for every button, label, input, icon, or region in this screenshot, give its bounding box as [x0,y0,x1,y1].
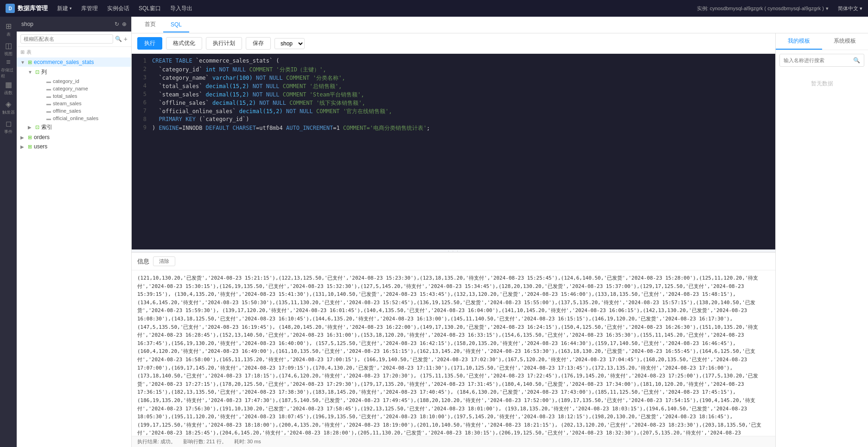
tab-bar: 首页 SQL [132,17,868,33]
col-name: steam_sales [53,101,82,106]
app-logo: D 数据库管理 [6,4,48,13]
col-name: category_id [53,78,79,84]
index-label: 索引 [41,123,128,131]
code-line-5: 5 `steam_sales` decimal(15,2) NOT NULL C… [132,91,775,99]
db-panel-search: 🔍 + [17,32,131,47]
sidebar-btn-table[interactable]: ⊞ 表 [1,20,16,39]
code-line-1: 1 CREATE TABLE `ecommerce_sales_stats` ( [132,57,775,66]
col-icon: ▬ [46,109,51,114]
top-navbar: D 数据库管理 新建 ▾ 库管理 实例会话 SQL窗口 导入导出 实例: cyn… [0,0,868,17]
col-name: category_name [53,86,88,91]
chevron-down-icon: ▾ [826,6,829,12]
function-icon: ▦ [5,80,12,89]
columns-label: 列 [41,68,128,76]
col-total_sales: ▬ total_sales [32,92,131,100]
sql-area: 执行 格式优化 执行计划 保存 shop 1 CREATE TABLE `eco… [132,33,868,447]
arrow-icon: ▶ [20,144,26,149]
code-editor[interactable]: 1 CREATE TABLE `ecommerce_sales_stats` (… [132,54,775,249]
status-bar: 执行结果: 成功。 影响行数: 211 行。 耗时: 30 ms [132,436,775,447]
columns-icon: ⊡ [35,69,39,75]
col-category_id: ▬ category_id [32,77,131,85]
result-status: 执行结果: 成功。 [137,438,176,445]
lang-switch[interactable]: 简体中文 ▾ [838,5,862,12]
nav-instance-session[interactable]: 实例会话 [107,5,129,13]
tab-my-template[interactable]: 我的模板 [776,33,822,50]
tab-home[interactable]: 首页 [137,17,163,33]
logo-icon: D [6,4,15,13]
chevron-down-icon: ▾ [860,6,862,12]
editor-toolbar: 执行 格式优化 执行计划 保存 shop [132,33,775,54]
arrow-icon: ▼ [20,60,26,65]
col-category_name: ▬ category_name [32,85,131,92]
execute-button[interactable]: 执行 [137,37,162,50]
col-icon: ▬ [46,94,51,99]
refresh-icon[interactable]: ↻ [115,21,119,27]
table-name: users [34,143,128,150]
col-icon: ▬ [46,101,51,106]
col-name: total_sales [53,93,77,99]
col-icon: ▬ [46,116,51,121]
save-button[interactable]: 保存 [246,37,271,50]
nav-import-export[interactable]: 导入导出 [170,5,192,13]
code-line-3: 3 `category_name` varchar(100) NOT NULL … [132,74,775,83]
tree-row-columns[interactable]: ▼ ⊡ 列 [24,67,131,77]
results-content[interactable]: (121,10,130.20,'已发货','2024-08-23 15:21:1… [132,270,775,436]
sql-editor-panel: 执行 格式优化 执行计划 保存 shop 1 CREATE TABLE `eco… [132,33,775,447]
nav-db-manage[interactable]: 库管理 [81,5,98,13]
nav-sql-window[interactable]: SQL窗口 [139,5,161,13]
template-panel: 我的模板 系统模板 🔍 暂无数据 [775,33,868,447]
tab-system-template[interactable]: 系统模板 [822,33,868,50]
trigger-icon: ◈ [6,100,11,109]
col-icon: ▬ [46,86,51,91]
results-header: 信息 清除 [132,253,775,270]
sidebar-btn-function[interactable]: ▦ 函数 [1,79,16,97]
sidebar-btn-event[interactable]: ◻ 事件 [1,118,16,136]
search-input[interactable] [20,34,113,44]
template-search-input[interactable] [784,57,853,63]
time-elapsed: 耗时: 30 ms [234,438,261,445]
instance-info: 实例: cynosdbmysql-al9gzgrk ( cynosdbmysql… [697,5,829,12]
sidebar-btn-trigger[interactable]: ◈ 触发器 [1,98,16,117]
col-offline_sales: ▬ offline_sales [32,107,131,115]
tree-row-ecommerce[interactable]: ▼ ⊞ ecommerce_sales_stats [17,57,131,67]
format-button[interactable]: 格式优化 [166,37,202,50]
chevron-down-icon: ▾ [70,6,72,11]
add-icon[interactable]: + [124,35,128,43]
sidebar-btn-view[interactable]: ◫ 视图 [1,40,16,58]
col-name: official_online_sales [53,115,98,121]
db-select[interactable]: shop [274,38,305,49]
arrow-icon: ▶ [20,135,26,140]
template-tabs: 我的模板 系统模板 [776,33,868,50]
db-panel: shop ↻ ⊕ 🔍 + ⊞ 表 ▼ ⊞ ecommerce_sales_sta… [17,17,132,447]
col-name: offline_sales [53,108,81,114]
section-label: ⊞ 表 [17,47,131,57]
app-title: 数据库管理 [18,4,48,13]
search-icon: 🔍 [853,57,860,64]
clear-button[interactable]: 清除 [153,256,175,266]
table-icon: ⊞ [28,144,32,150]
tree-children-ecommerce: ▼ ⊡ 列 ▬ category_id ▬ category_name [17,67,131,133]
code-line-8: 8 PRIMARY KEY (`category_id`) [132,116,775,124]
settings-icon[interactable]: ⊕ [122,21,127,27]
template-search: 🔍 [779,54,864,67]
arrow-icon: ▶ [28,125,33,130]
tree-row-index[interactable]: ▶ ⊡ 索引 [24,122,131,133]
header-icons: ↻ ⊕ [115,21,127,27]
tree-row-orders[interactable]: ▶ ⊞ orders [17,133,131,142]
rows-affected: 影响行数: 211 行。 [183,438,227,445]
table-icon: ⊞ [6,22,12,31]
tree-node-ecommerce: ▼ ⊞ ecommerce_sales_stats ▼ ⊡ 列 ▬ catego… [17,57,131,133]
nav-new[interactable]: 新建 ▾ [57,5,72,13]
table-name: orders [34,134,128,140]
col-official_online_sales: ▬ official_online_sales [32,115,131,122]
code-line-9: 9 ) ENGINE=INNODB DEFAULT CHARSET=utf8mb… [132,124,775,133]
no-data-label: 暂无数据 [776,70,868,97]
sidebar-btn-procedure[interactable]: ≡ 存储过程 [1,59,16,78]
arrow-icon: ▼ [28,70,33,75]
tree-row-users[interactable]: ▶ ⊞ users [17,142,131,151]
plan-button[interactable]: 执行计划 [206,37,242,50]
code-line-6: 6 `offline_sales` decimal(15,2) NOT NULL… [132,99,775,108]
tab-sql[interactable]: SQL [163,18,189,32]
db-tree: ▼ ⊞ ecommerce_sales_stats ▼ ⊡ 列 ▬ catego… [17,57,131,447]
results-title: 信息 [137,257,149,266]
